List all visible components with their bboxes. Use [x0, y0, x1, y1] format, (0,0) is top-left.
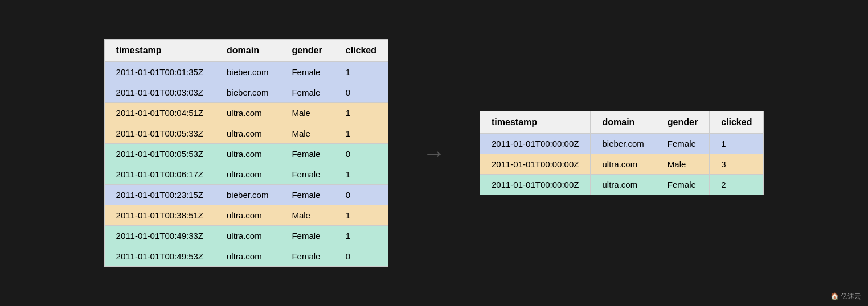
left-cell-domain-7: ultra.com	[215, 205, 280, 226]
table-row: 2011-01-01T00:00:00Zultra.comFemale2	[480, 175, 764, 195]
table-row: 2011-01-01T00:01:35Zbieber.comFemale1	[104, 62, 388, 82]
left-cell-gender-7: Male	[280, 205, 334, 226]
right-cell-domain-1: ultra.com	[591, 154, 656, 175]
left-cell-clicked-6: 0	[334, 185, 388, 205]
left-header-timestamp: timestamp	[104, 40, 215, 62]
left-cell-gender-8: Female	[280, 226, 334, 246]
transform-arrow: →	[423, 140, 445, 166]
table-row: 2011-01-01T00:00:00Zultra.comMale3	[480, 154, 764, 175]
right-cell-gender-1: Male	[656, 154, 709, 175]
right-cell-gender-0: Female	[656, 134, 709, 154]
table-row: 2011-01-01T00:03:03Zbieber.comFemale0	[104, 82, 388, 103]
table-row: 2011-01-01T00:05:53Zultra.comFemale0	[104, 144, 388, 164]
main-container: timestamp domain gender clicked 2011-01-…	[81, 28, 787, 278]
left-cell-domain-4: ultra.com	[215, 144, 280, 164]
left-cell-domain-1: bieber.com	[215, 82, 280, 103]
left-cell-gender-0: Female	[280, 62, 334, 82]
right-table: timestamp domain gender clicked 2011-01-…	[480, 111, 764, 195]
left-table: timestamp domain gender clicked 2011-01-…	[104, 39, 388, 267]
left-cell-clicked-5: 1	[334, 164, 388, 185]
table-row: 2011-01-01T00:38:51Zultra.comMale1	[104, 205, 388, 226]
left-header-domain: domain	[215, 40, 280, 62]
left-cell-timestamp-4: 2011-01-01T00:05:53Z	[104, 144, 215, 164]
left-cell-clicked-3: 1	[334, 123, 388, 144]
left-cell-clicked-8: 1	[334, 226, 388, 246]
left-cell-domain-8: ultra.com	[215, 226, 280, 246]
table-row: 2011-01-01T00:04:51Zultra.comMale1	[104, 103, 388, 123]
table-row: 2011-01-01T00:06:17Zultra.comFemale1	[104, 164, 388, 185]
left-cell-clicked-7: 1	[334, 205, 388, 226]
left-cell-domain-2: ultra.com	[215, 103, 280, 123]
left-cell-gender-2: Male	[280, 103, 334, 123]
left-cell-timestamp-0: 2011-01-01T00:01:35Z	[104, 62, 215, 82]
left-cell-timestamp-9: 2011-01-01T00:49:53Z	[104, 246, 215, 267]
right-header-timestamp: timestamp	[480, 111, 591, 134]
right-cell-domain-0: bieber.com	[591, 134, 656, 154]
left-cell-gender-1: Female	[280, 82, 334, 103]
left-cell-clicked-2: 1	[334, 103, 388, 123]
left-header-gender: gender	[280, 40, 334, 62]
right-cell-clicked-1: 3	[710, 154, 764, 175]
left-cell-clicked-0: 1	[334, 62, 388, 82]
left-cell-timestamp-3: 2011-01-01T00:05:33Z	[104, 123, 215, 144]
left-cell-gender-6: Female	[280, 185, 334, 205]
right-cell-domain-2: ultra.com	[591, 175, 656, 195]
left-cell-domain-9: ultra.com	[215, 246, 280, 267]
left-cell-clicked-1: 0	[334, 82, 388, 103]
left-cell-domain-3: ultra.com	[215, 123, 280, 144]
right-header-domain: domain	[591, 111, 656, 134]
table-row: 2011-01-01T00:05:33Zultra.comMale1	[104, 123, 388, 144]
left-cell-clicked-4: 0	[334, 144, 388, 164]
left-cell-domain-5: ultra.com	[215, 164, 280, 185]
watermark-label: 🏠 亿速云	[830, 292, 861, 301]
left-cell-timestamp-2: 2011-01-01T00:04:51Z	[104, 103, 215, 123]
right-cell-clicked-2: 2	[710, 175, 764, 195]
table-row: 2011-01-01T00:23:15Zbieber.comFemale0	[104, 185, 388, 205]
left-cell-domain-6: bieber.com	[215, 185, 280, 205]
left-cell-timestamp-5: 2011-01-01T00:06:17Z	[104, 164, 215, 185]
right-cell-timestamp-1: 2011-01-01T00:00:00Z	[480, 154, 591, 175]
right-cell-gender-2: Female	[656, 175, 709, 195]
table-row: 2011-01-01T00:49:33Zultra.comFemale1	[104, 226, 388, 246]
right-header-clicked: clicked	[710, 111, 764, 134]
left-header-clicked: clicked	[334, 40, 388, 62]
left-cell-timestamp-1: 2011-01-01T00:03:03Z	[104, 82, 215, 103]
left-cell-timestamp-8: 2011-01-01T00:49:33Z	[104, 226, 215, 246]
left-cell-gender-4: Female	[280, 144, 334, 164]
table-row: 2011-01-01T00:49:53Zultra.comFemale0	[104, 246, 388, 267]
table-row: 2011-01-01T00:00:00Zbieber.comFemale1	[480, 134, 764, 154]
left-cell-domain-0: bieber.com	[215, 62, 280, 82]
right-header-gender: gender	[656, 111, 709, 134]
right-cell-timestamp-0: 2011-01-01T00:00:00Z	[480, 134, 591, 154]
left-cell-timestamp-6: 2011-01-01T00:23:15Z	[104, 185, 215, 205]
left-cell-clicked-9: 0	[334, 246, 388, 267]
right-cell-clicked-0: 1	[710, 134, 764, 154]
right-cell-timestamp-2: 2011-01-01T00:00:00Z	[480, 175, 591, 195]
left-cell-gender-3: Male	[280, 123, 334, 144]
left-cell-gender-9: Female	[280, 246, 334, 267]
left-cell-timestamp-7: 2011-01-01T00:38:51Z	[104, 205, 215, 226]
left-cell-gender-5: Female	[280, 164, 334, 185]
